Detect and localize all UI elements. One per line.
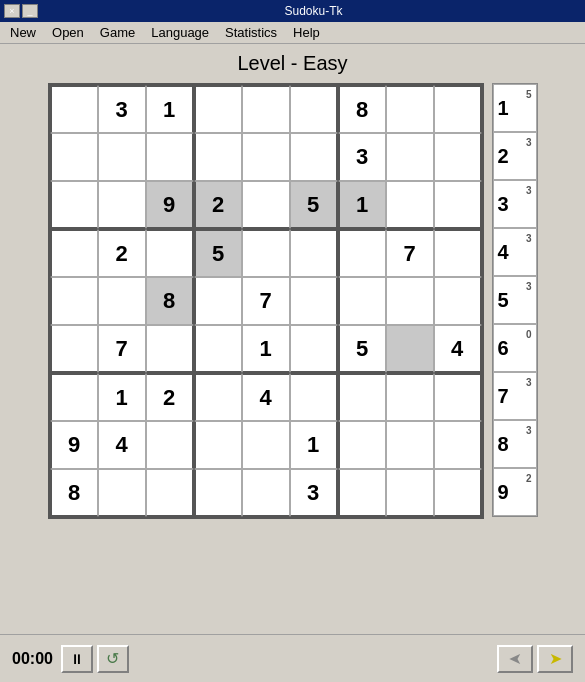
- cell-8-5[interactable]: 3: [290, 469, 338, 517]
- redo-button[interactable]: ➤: [537, 645, 573, 673]
- cell-3-5[interactable]: [290, 229, 338, 277]
- cell-2-4[interactable]: [242, 181, 290, 229]
- cell-5-0[interactable]: [50, 325, 98, 373]
- close-button[interactable]: ×: [4, 4, 20, 18]
- cell-3-1[interactable]: 2: [98, 229, 146, 277]
- cell-6-4[interactable]: 4: [242, 373, 290, 421]
- cell-1-6[interactable]: 3: [338, 133, 386, 181]
- cell-4-4[interactable]: 7: [242, 277, 290, 325]
- cell-2-3[interactable]: 2: [194, 181, 242, 229]
- cell-2-8[interactable]: [434, 181, 482, 229]
- cell-1-3[interactable]: [194, 133, 242, 181]
- cell-6-6[interactable]: [338, 373, 386, 421]
- cell-2-6[interactable]: 1: [338, 181, 386, 229]
- cell-8-2[interactable]: [146, 469, 194, 517]
- cell-8-4[interactable]: [242, 469, 290, 517]
- cell-7-6[interactable]: [338, 421, 386, 469]
- cell-7-3[interactable]: [194, 421, 242, 469]
- cell-0-1[interactable]: 3: [98, 85, 146, 133]
- cell-0-3[interactable]: [194, 85, 242, 133]
- cell-1-2[interactable]: [146, 133, 194, 181]
- menu-help[interactable]: Help: [285, 23, 328, 42]
- cell-8-8[interactable]: [434, 469, 482, 517]
- cell-5-1[interactable]: 7: [98, 325, 146, 373]
- cell-3-3[interactable]: 5: [194, 229, 242, 277]
- cell-7-8[interactable]: [434, 421, 482, 469]
- menu-statistics[interactable]: Statistics: [217, 23, 285, 42]
- titlebar-controls[interactable]: × _: [4, 4, 38, 18]
- cell-0-2[interactable]: 1: [146, 85, 194, 133]
- sidebar-num-7[interactable]: 73: [493, 372, 537, 420]
- cell-7-1[interactable]: 4: [98, 421, 146, 469]
- cell-0-4[interactable]: [242, 85, 290, 133]
- cell-2-2[interactable]: 9: [146, 181, 194, 229]
- cell-4-8[interactable]: [434, 277, 482, 325]
- menu-new[interactable]: New: [2, 23, 44, 42]
- cell-3-8[interactable]: [434, 229, 482, 277]
- pause-button[interactable]: ⏸: [61, 645, 93, 673]
- cell-2-5[interactable]: 5: [290, 181, 338, 229]
- cell-5-3[interactable]: [194, 325, 242, 373]
- cell-0-7[interactable]: [386, 85, 434, 133]
- cell-5-7[interactable]: [386, 325, 434, 373]
- cell-4-0[interactable]: [50, 277, 98, 325]
- cell-6-3[interactable]: [194, 373, 242, 421]
- sidebar[interactable]: 152333435360738392: [492, 83, 538, 517]
- cell-5-4[interactable]: 1: [242, 325, 290, 373]
- sidebar-num-4[interactable]: 43: [493, 228, 537, 276]
- cell-7-0[interactable]: 9: [50, 421, 98, 469]
- cell-1-4[interactable]: [242, 133, 290, 181]
- menu-open[interactable]: Open: [44, 23, 92, 42]
- cell-8-1[interactable]: [98, 469, 146, 517]
- cell-6-0[interactable]: [50, 373, 98, 421]
- cell-5-2[interactable]: [146, 325, 194, 373]
- minimize-button[interactable]: _: [22, 4, 38, 18]
- cell-5-5[interactable]: [290, 325, 338, 373]
- refresh-button[interactable]: ↺: [97, 645, 129, 673]
- cell-6-7[interactable]: [386, 373, 434, 421]
- cell-1-5[interactable]: [290, 133, 338, 181]
- cell-6-5[interactable]: [290, 373, 338, 421]
- cell-0-0[interactable]: [50, 85, 98, 133]
- cell-6-8[interactable]: [434, 373, 482, 421]
- cell-1-1[interactable]: [98, 133, 146, 181]
- cell-4-7[interactable]: [386, 277, 434, 325]
- cell-0-8[interactable]: [434, 85, 482, 133]
- cell-7-2[interactable]: [146, 421, 194, 469]
- cell-7-4[interactable]: [242, 421, 290, 469]
- cell-4-5[interactable]: [290, 277, 338, 325]
- cell-8-6[interactable]: [338, 469, 386, 517]
- cell-2-1[interactable]: [98, 181, 146, 229]
- cell-7-5[interactable]: 1: [290, 421, 338, 469]
- sidebar-num-3[interactable]: 33: [493, 180, 537, 228]
- sidebar-num-1[interactable]: 15: [493, 84, 537, 132]
- cell-2-0[interactable]: [50, 181, 98, 229]
- cell-3-4[interactable]: [242, 229, 290, 277]
- cell-1-8[interactable]: [434, 133, 482, 181]
- sudoku-grid[interactable]: 3183925125787715412494183: [48, 83, 484, 519]
- cell-6-2[interactable]: 2: [146, 373, 194, 421]
- cell-0-5[interactable]: [290, 85, 338, 133]
- cell-4-1[interactable]: [98, 277, 146, 325]
- sidebar-num-2[interactable]: 23: [493, 132, 537, 180]
- sidebar-num-8[interactable]: 83: [493, 420, 537, 468]
- sidebar-num-9[interactable]: 92: [493, 468, 537, 516]
- cell-7-7[interactable]: [386, 421, 434, 469]
- cell-0-6[interactable]: 8: [338, 85, 386, 133]
- cell-4-3[interactable]: [194, 277, 242, 325]
- menu-language[interactable]: Language: [143, 23, 217, 42]
- cell-5-6[interactable]: 5: [338, 325, 386, 373]
- sidebar-num-6[interactable]: 60: [493, 324, 537, 372]
- cell-1-0[interactable]: [50, 133, 98, 181]
- cell-3-2[interactable]: [146, 229, 194, 277]
- cell-8-0[interactable]: 8: [50, 469, 98, 517]
- cell-3-6[interactable]: [338, 229, 386, 277]
- cell-5-8[interactable]: 4: [434, 325, 482, 373]
- cell-6-1[interactable]: 1: [98, 373, 146, 421]
- cell-4-2[interactable]: 8: [146, 277, 194, 325]
- cell-4-6[interactable]: [338, 277, 386, 325]
- undo-button[interactable]: ➤: [497, 645, 533, 673]
- cell-8-7[interactable]: [386, 469, 434, 517]
- cell-2-7[interactable]: [386, 181, 434, 229]
- cell-3-0[interactable]: [50, 229, 98, 277]
